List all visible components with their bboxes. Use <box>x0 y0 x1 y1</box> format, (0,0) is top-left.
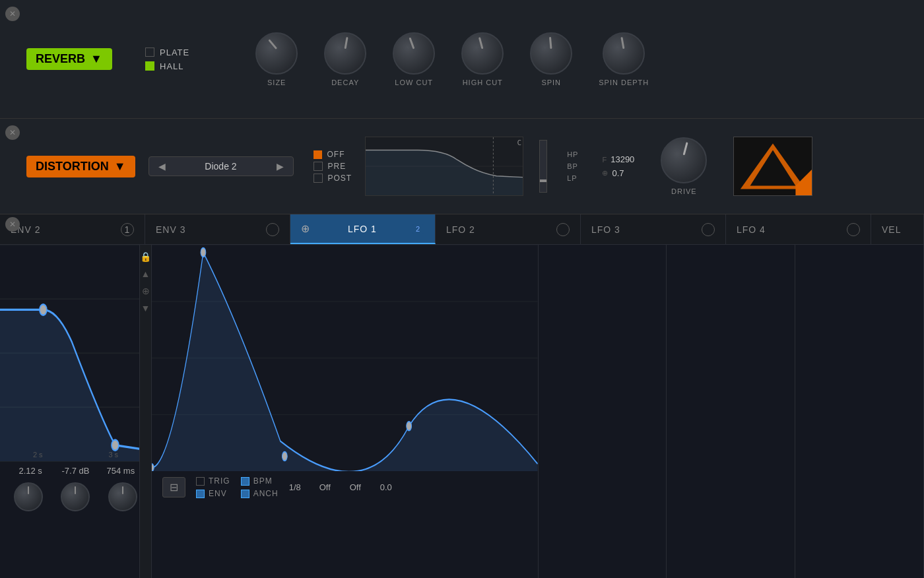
env2-canvas[interactable]: 2 s 3 s <box>0 245 151 461</box>
tab-vel-label: VEL <box>882 224 901 235</box>
distortion-label[interactable]: DISTORTION ▼ <box>26 156 135 177</box>
env2-up-button[interactable]: ▲ <box>139 267 152 280</box>
filter-display[interactable]: C <box>365 137 523 196</box>
spin-label: SPIN <box>541 79 561 86</box>
filter-post-checkbox[interactable] <box>314 174 323 183</box>
env2-time1: 2 s <box>33 451 43 459</box>
preset-name: Diode 2 <box>175 161 267 172</box>
lfo1-waveform-button[interactable]: ⊟ <box>162 477 185 498</box>
spindepth-label: SPIN DEPTH <box>599 79 649 86</box>
reverb-options: PLATE HALL <box>145 48 189 71</box>
trig-checkbox[interactable] <box>196 477 205 486</box>
distortion-title: DISTORTION <box>36 160 109 174</box>
tab-lfo3[interactable]: LFO 3 <box>581 214 726 244</box>
spin-knob[interactable] <box>530 32 572 75</box>
filter-lp-button[interactable]: LP <box>563 173 582 183</box>
filter-type-buttons: HP BP LP <box>563 149 582 183</box>
lfo1-rate-value: 1/8 <box>289 482 309 492</box>
tab-lfo2[interactable]: LFO 2 <box>436 214 581 244</box>
env2-down-button[interactable]: ▼ <box>139 302 152 315</box>
env2-knob2[interactable] <box>61 482 90 511</box>
env2-time-labels: 2 s 3 s <box>0 451 151 459</box>
filter-post-label: POST <box>328 174 352 183</box>
filter-post-option[interactable]: POST <box>314 174 352 183</box>
env2-knob1[interactable] <box>14 482 43 511</box>
lowcut-knob-group: LOW CUT <box>393 32 435 86</box>
lfo1-canvas[interactable] <box>152 245 538 471</box>
anch-checkbox[interactable] <box>241 490 249 498</box>
reverb-label[interactable]: REVERB ▼ <box>26 48 112 70</box>
hall-checkbox[interactable] <box>145 61 154 71</box>
lfo1-bpm-check[interactable]: BPM <box>241 476 279 486</box>
env2-zoom-button[interactable]: ⊕ <box>139 284 152 298</box>
drive-label: DRIVE <box>671 187 697 195</box>
tab-lfo2-label: LFO 2 <box>446 224 475 235</box>
reverb-close-button[interactable]: ✕ <box>5 7 20 21</box>
spindepth-knob-group: SPIN DEPTH <box>599 32 649 86</box>
env2-knob3[interactable] <box>108 482 137 511</box>
svg-point-16 <box>201 248 206 257</box>
lowcut-label: LOW CUT <box>395 79 433 86</box>
lfo1-env-check[interactable]: ENV <box>196 489 230 498</box>
spin-knob-group: SPIN <box>530 32 572 86</box>
decay-knob[interactable] <box>324 32 366 75</box>
tabs-row: ENV 2 1 ENV 3 ⊕ LFO 1 2 LFO 2 LFO 3 LFO … <box>0 214 924 245</box>
tab-env2[interactable]: ENV 2 1 <box>0 214 145 244</box>
env2-panel: 2 s 3 s 🔒 ▲ ⊕ ▼ 2.12 s -7.7 dB 754 ms <box>0 245 152 578</box>
bpm-label: BPM <box>253 476 273 486</box>
filter-off-option[interactable]: OFF <box>314 150 352 159</box>
filter-off-checkbox[interactable] <box>314 150 322 159</box>
tab-lfo2-badge <box>556 223 570 236</box>
anch-label: ANCH <box>253 489 279 498</box>
highcut-knob-group: HIGH CUT <box>461 32 504 86</box>
highcut-knob[interactable] <box>461 32 504 75</box>
hall-label: HALL <box>160 61 184 71</box>
filter-options: OFF PRE POST <box>314 150 352 183</box>
bpm-checkbox[interactable] <box>241 477 249 486</box>
lfo1-check-group-left: TRIG ENV <box>196 476 230 498</box>
tab-env3-badge <box>266 223 279 236</box>
reverb-option-plate[interactable]: PLATE <box>145 48 189 57</box>
env-checkbox[interactable] <box>196 490 205 498</box>
filter-pre-option[interactable]: PRE <box>314 162 352 171</box>
reverb-title: REVERB <box>36 52 85 66</box>
reverb-option-hall[interactable]: HALL <box>145 61 189 71</box>
svg-point-9 <box>40 304 47 315</box>
lfo3-panel <box>667 245 795 578</box>
size-knob-group: SIZE <box>255 32 298 86</box>
lfo1-trig-check[interactable]: TRIG <box>196 476 230 486</box>
filter-hp-button[interactable]: HP <box>563 149 582 160</box>
spindepth-knob[interactable] <box>603 32 645 75</box>
drive-knob[interactable] <box>661 137 707 183</box>
filter-slider[interactable] <box>539 140 547 193</box>
svg-point-19 <box>152 464 154 471</box>
decay-knob-group: DECAY <box>324 32 366 86</box>
waveform-icon: ⊟ <box>170 481 178 494</box>
tab-lfo4-label: LFO 4 <box>737 224 766 235</box>
tab-lfo1[interactable]: ⊕ LFO 1 2 <box>290 214 436 244</box>
filter-q-param: ⊕ 0.7 <box>602 168 634 178</box>
third-close-button[interactable]: ✕ <box>5 217 20 232</box>
tab-env3-label: ENV 3 <box>156 224 185 235</box>
lfo1-check-group-right: BPM ANCH <box>241 476 279 498</box>
tab-lfo3-label: LFO 3 <box>591 224 620 235</box>
plate-checkbox[interactable] <box>145 48 154 57</box>
size-knob[interactable] <box>255 32 298 75</box>
env2-lock-button[interactable]: 🔒 <box>139 250 152 263</box>
preset-prev-button[interactable]: ◀ <box>156 160 168 173</box>
tab-env3[interactable]: ENV 3 <box>145 214 290 244</box>
lfo2-panel <box>539 245 667 578</box>
preset-next-button[interactable]: ▶ <box>274 160 286 173</box>
filter-bp-button[interactable]: BP <box>563 161 582 172</box>
distortion-close-button[interactable]: ✕ <box>5 125 20 140</box>
waveform-display <box>733 137 812 196</box>
preset-selector: ◀ Diode 2 ▶ <box>148 156 294 176</box>
lfo1-anch-check[interactable]: ANCH <box>241 489 279 498</box>
tab-vel[interactable]: VEL <box>871 214 924 244</box>
filter-pre-checkbox[interactable] <box>314 162 323 171</box>
lfo1-panel: ⊟ TRIG ENV BPM A <box>152 245 539 578</box>
lfo4-panel <box>795 245 924 578</box>
svg-point-17 <box>282 452 287 461</box>
tab-lfo4[interactable]: LFO 4 <box>726 214 871 244</box>
lowcut-knob[interactable] <box>393 32 435 75</box>
